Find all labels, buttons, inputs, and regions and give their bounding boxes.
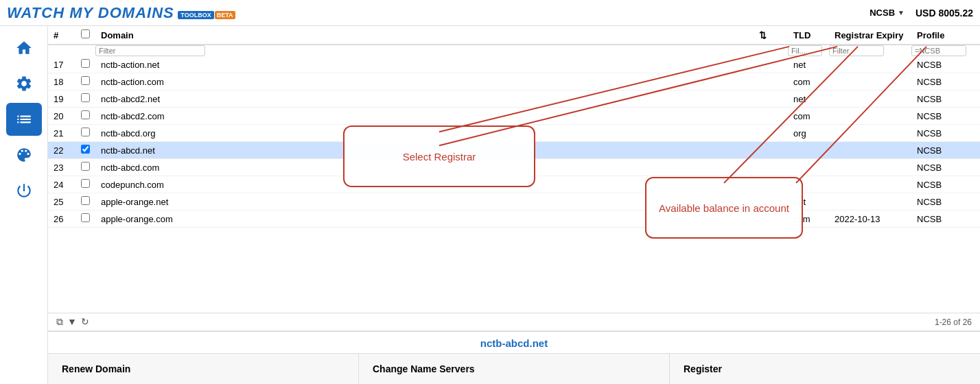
row-checkbox[interactable] xyxy=(81,93,90,102)
footer-icons: ⧉ ▼ ↻ xyxy=(56,316,89,328)
row-tld xyxy=(788,159,829,176)
row-number: 25 xyxy=(48,193,75,211)
logo-text: Watch My Domains xyxy=(7,4,174,21)
row-expiry xyxy=(829,91,911,108)
row-checkbox-cell xyxy=(75,211,95,228)
pagination-info: 1-26 of 26 xyxy=(935,317,972,327)
row-checkbox[interactable] xyxy=(81,196,90,205)
home-icon xyxy=(15,39,33,57)
row-expiry: 2022-10-13 xyxy=(829,211,911,228)
row-checkbox-cell xyxy=(75,125,95,142)
row-number: 21 xyxy=(48,125,75,142)
row-expiry xyxy=(829,193,911,211)
row-checkbox-cell xyxy=(75,142,95,159)
row-profile: NCSB xyxy=(911,125,980,142)
row-checkbox-cell xyxy=(75,56,95,73)
row-checkbox-cell xyxy=(75,108,95,125)
table-row: 19 nctb-abcd2.net net NCSB xyxy=(48,91,980,108)
change-nameservers-button[interactable]: Change Name Servers xyxy=(359,354,670,384)
table-row: 21 nctb-abcd.org org NCSB xyxy=(48,125,980,142)
col-domain: Domain xyxy=(95,26,754,45)
row-profile: NCSB xyxy=(911,56,980,73)
row-checkbox[interactable] xyxy=(81,128,90,136)
account-selector[interactable]: NCSB ▼ xyxy=(870,8,905,18)
domains-table: # Domain ⇅ TLD Registrar Expiry Profile xyxy=(48,26,980,228)
chevron-down-icon: ▼ xyxy=(898,9,905,16)
change-nameservers-label: Change Name Servers xyxy=(373,363,475,374)
balance-amount: 8005.22 xyxy=(938,8,973,19)
expiry-filter-input[interactable] xyxy=(829,45,884,56)
sidebar-item-domains[interactable] xyxy=(6,103,42,136)
col-sort[interactable]: ⇅ xyxy=(754,26,788,45)
select-all-checkbox[interactable] xyxy=(81,29,90,38)
col-registrar-expiry: Registrar Expiry xyxy=(829,26,911,45)
row-domain: nctb-abcd.com xyxy=(95,159,754,176)
row-domain: nctb-abcd2.net xyxy=(95,91,754,108)
row-domain: nctb-action.com xyxy=(95,73,754,91)
logo: Watch My Domains TOOLBOXBETA xyxy=(7,5,235,21)
row-expiry xyxy=(829,142,911,159)
sidebar-item-power[interactable] xyxy=(6,174,42,207)
row-domain: nctb-abcd.org xyxy=(95,125,754,142)
table-footer: ⧉ ▼ ↻ 1-26 of 26 xyxy=(48,313,980,331)
row-tld: net xyxy=(788,56,829,73)
row-profile: NCSB xyxy=(911,73,980,91)
row-checkbox[interactable] xyxy=(81,76,90,85)
renew-domain-button[interactable]: Renew Domain xyxy=(48,354,359,384)
palette-icon xyxy=(15,146,33,164)
row-checkbox-cell xyxy=(75,159,95,176)
table-row: 20 nctb-abcd2.com com NCSB xyxy=(48,108,980,125)
renew-domain-label: Renew Domain xyxy=(62,363,130,374)
row-domain: apple-orange.net xyxy=(95,193,754,211)
main-layout: # Domain ⇅ TLD Registrar Expiry Profile xyxy=(0,26,980,384)
sidebar-item-palette[interactable] xyxy=(6,139,42,171)
register-label: Register xyxy=(684,363,722,374)
row-checkbox-cell xyxy=(75,193,95,211)
sidebar-item-home[interactable] xyxy=(6,32,42,64)
row-checkbox[interactable] xyxy=(81,59,90,68)
row-checkbox[interactable] xyxy=(81,213,90,222)
row-expiry xyxy=(829,159,911,176)
download-icon[interactable]: ▼ xyxy=(67,316,77,328)
row-checkbox[interactable] xyxy=(81,179,90,188)
register-button[interactable]: Register xyxy=(670,354,980,384)
col-number: # xyxy=(48,26,75,45)
col-tld: TLD xyxy=(788,26,829,45)
row-checkbox[interactable] xyxy=(81,145,90,154)
row-tld: net xyxy=(788,193,829,211)
copy-icon[interactable]: ⧉ xyxy=(56,316,63,328)
row-tld xyxy=(788,176,829,193)
table-row: 18 nctb-action.com com NCSB xyxy=(48,73,980,91)
row-profile: NCSB xyxy=(911,108,980,125)
selected-domain-title: nctb-abcd.net xyxy=(48,337,980,349)
row-expiry xyxy=(829,73,911,91)
row-domain: nctb-abcd.net xyxy=(95,142,754,159)
row-number: 23 xyxy=(48,159,75,176)
row-profile: NCSB xyxy=(911,159,980,176)
tld-filter-input[interactable] xyxy=(788,45,822,56)
row-number: 22 xyxy=(48,142,75,159)
header: Watch My Domains TOOLBOXBETA NCSB ▼ USD … xyxy=(0,0,980,26)
row-tld: com xyxy=(788,108,829,125)
row-checkbox[interactable] xyxy=(81,110,90,119)
row-checkbox[interactable] xyxy=(81,162,90,171)
row-expiry xyxy=(829,176,911,193)
profile-filter-input[interactable] xyxy=(911,45,966,56)
logo-toolbox: TOOLBOX xyxy=(178,11,213,19)
bottom-panel: nctb-abcd.net Renew Domain Change Name S… xyxy=(48,331,980,384)
row-checkbox-cell xyxy=(75,176,95,193)
row-checkbox-cell xyxy=(75,73,95,91)
col-profile: Profile xyxy=(911,26,980,45)
row-profile: NCSB xyxy=(911,193,980,211)
sort-icon: ⇅ xyxy=(759,30,767,40)
row-expiry xyxy=(829,125,911,142)
domain-filter-input[interactable] xyxy=(95,45,205,56)
sidebar xyxy=(0,26,48,384)
refresh-icon[interactable]: ↻ xyxy=(81,316,89,328)
row-domain: codepunch.com xyxy=(95,176,754,193)
sidebar-item-settings[interactable] xyxy=(6,67,42,100)
account-name: NCSB xyxy=(870,8,895,18)
table-row: 26 apple-orange.com com 2022-10-13 NCSB xyxy=(48,211,980,228)
balance-currency: USD xyxy=(915,8,936,19)
row-number: 20 xyxy=(48,108,75,125)
